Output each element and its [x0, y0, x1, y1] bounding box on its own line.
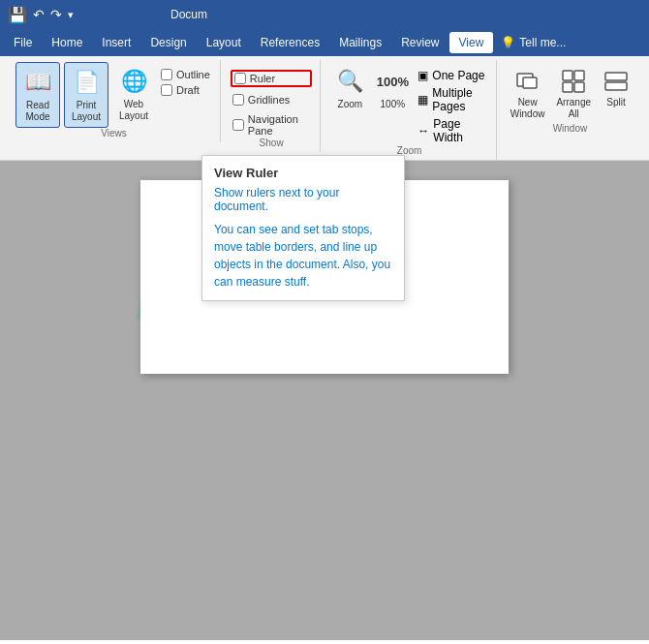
- ribbon: 📖 ReadMode 📄 PrintLayout 🌐 WebLayout Out…: [0, 56, 649, 161]
- svg-rect-5: [574, 82, 584, 92]
- read-mode-label: ReadMode: [25, 100, 49, 123]
- draft-label: Draft: [176, 84, 200, 96]
- views-checks: Outline Draft: [159, 62, 212, 97]
- one-page-label: One Page: [432, 69, 484, 82]
- zoom-label: Zoom: [338, 99, 363, 109]
- menu-mailings[interactable]: Mailings: [329, 32, 391, 53]
- split-icon: [603, 68, 630, 95]
- ruler-checkbox[interactable]: [234, 73, 246, 84]
- show-group-label: Show: [231, 138, 313, 148]
- page-width-label: Page Width: [433, 117, 485, 144]
- multiple-pages-option[interactable]: ▦ Multiple Pages: [416, 85, 487, 114]
- menu-insert[interactable]: Insert: [92, 32, 140, 53]
- undo-icon[interactable]: ↶: [33, 7, 45, 22]
- navpane-label: Navigation Pane: [248, 113, 311, 137]
- zoom-content: 🔍 Zoom 100% 100% ▣ One Page ▦ Multiple P…: [330, 62, 487, 145]
- zoom-button[interactable]: 🔍 Zoom: [330, 62, 369, 113]
- show-content: Ruler Gridlines Navigation Pane: [231, 62, 313, 138]
- web-layout-icon: 🌐: [118, 66, 149, 97]
- ribbon-group-window: NewWindow ArrangeAll: [499, 60, 641, 138]
- arrange-all-icon: [560, 68, 587, 95]
- print-layout-icon: 📄: [71, 67, 102, 98]
- one-page-option[interactable]: ▣ One Page: [416, 68, 487, 83]
- menu-references[interactable]: References: [251, 32, 329, 53]
- page-width-icon: ↔: [417, 124, 429, 138]
- menu-design[interactable]: Design: [140, 32, 196, 53]
- title-bar-controls: 💾 ↶ ↷ ▾: [8, 6, 74, 24]
- svg-rect-7: [605, 82, 627, 90]
- outline-label: Outline: [176, 69, 210, 80]
- menu-layout[interactable]: Layout: [197, 32, 251, 53]
- tooltip-popup: View Ruler Show rulers next to your docu…: [201, 155, 405, 301]
- svg-rect-2: [563, 71, 572, 80]
- customize-icon[interactable]: ▾: [68, 9, 74, 21]
- tooltip-body: You can see and set tab stops, move tabl…: [214, 221, 392, 291]
- ribbon-group-views: 📖 ReadMode 📄 PrintLayout 🌐 WebLayout Out…: [8, 60, 221, 142]
- redo-icon[interactable]: ↷: [50, 7, 62, 22]
- draft-checkbox[interactable]: [161, 84, 172, 96]
- save-icon[interactable]: 💾: [8, 6, 27, 24]
- tell-me-label: Tell me...: [519, 36, 566, 49]
- split-button[interactable]: Split: [599, 66, 634, 109]
- svg-rect-1: [523, 77, 537, 88]
- tell-me-box[interactable]: 💡 Tell me...: [493, 34, 573, 51]
- draft-check[interactable]: Draft: [159, 83, 212, 97]
- gridlines-checkbox[interactable]: [232, 94, 244, 106]
- menu-home[interactable]: Home: [42, 32, 92, 53]
- gridlines-label: Gridlines: [248, 94, 290, 106]
- svg-rect-4: [563, 82, 572, 92]
- one-page-icon: ▣: [417, 69, 428, 82]
- multiple-pages-icon: ▦: [417, 93, 428, 107]
- navpane-check[interactable]: Navigation Pane: [231, 112, 313, 138]
- new-window-icon: [514, 68, 541, 95]
- svg-rect-3: [574, 71, 584, 80]
- window-content: NewWindow ArrangeAll: [507, 62, 634, 123]
- menu-file[interactable]: File: [4, 32, 42, 53]
- read-mode-icon: 📖: [22, 67, 53, 98]
- zoom-icon: 🔍: [334, 66, 365, 97]
- ribbon-group-zoom: 🔍 Zoom 100% 100% ▣ One Page ▦ Multiple P…: [323, 60, 496, 160]
- read-mode-button[interactable]: 📖 ReadMode: [15, 62, 60, 128]
- svg-rect-6: [605, 73, 627, 80]
- print-layout-button[interactable]: 📄 PrintLayout: [64, 62, 108, 128]
- title-bar: 💾 ↶ ↷ ▾ Docum: [0, 0, 649, 29]
- ruler-label: Ruler: [250, 73, 275, 84]
- zoom-percent-button[interactable]: 100% 100%: [373, 62, 412, 113]
- views-group-label: Views: [15, 128, 212, 138]
- zoom-percent-label: 100%: [381, 99, 406, 109]
- arrange-all-label: ArrangeAll: [556, 97, 591, 120]
- menu-review[interactable]: Review: [391, 32, 448, 53]
- outline-checkbox[interactable]: [161, 69, 172, 80]
- new-window-label: NewWindow: [510, 97, 545, 120]
- outline-check[interactable]: Outline: [159, 68, 212, 81]
- zoom-options: ▣ One Page ▦ Multiple Pages ↔ Page Width: [416, 62, 487, 145]
- split-label: Split: [606, 97, 625, 107]
- tooltip-title: View Ruler: [214, 166, 392, 180]
- page-width-option[interactable]: ↔ Page Width: [416, 116, 487, 145]
- print-layout-label: PrintLayout: [72, 100, 101, 123]
- web-layout-button[interactable]: 🌐 WebLayout: [112, 62, 155, 126]
- views-content: 📖 ReadMode 📄 PrintLayout 🌐 WebLayout Out…: [15, 62, 212, 128]
- gridlines-check[interactable]: Gridlines: [231, 93, 313, 107]
- lightbulb-icon: 💡: [501, 36, 515, 49]
- arrange-all-button[interactable]: ArrangeAll: [552, 66, 595, 122]
- web-layout-label: WebLayout: [119, 99, 148, 122]
- new-window-button[interactable]: NewWindow: [507, 66, 549, 122]
- ribbon-group-show: Ruler Gridlines Navigation Pane Show: [223, 60, 322, 152]
- tooltip-subtitle: Show rulers next to your document.: [214, 186, 392, 213]
- ruler-check[interactable]: Ruler: [231, 70, 313, 87]
- menu-bar: File Home Insert Design Layout Reference…: [0, 29, 649, 56]
- zoom-percent-icon: 100%: [377, 66, 408, 97]
- menu-view[interactable]: View: [449, 32, 494, 53]
- title-bar-title: Docum: [170, 8, 207, 21]
- show-checks: Ruler Gridlines Navigation Pane: [231, 62, 313, 138]
- multiple-pages-label: Multiple Pages: [432, 86, 485, 113]
- navpane-checkbox[interactable]: [232, 119, 244, 131]
- window-group-label: Window: [507, 123, 634, 134]
